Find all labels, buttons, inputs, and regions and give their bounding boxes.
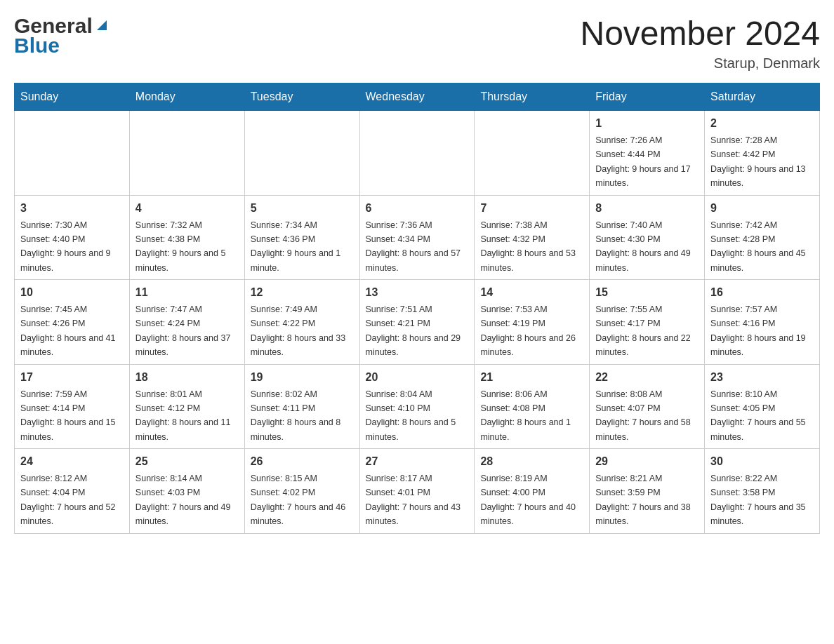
day-number: 4 [135, 200, 239, 217]
title-area: November 2024 Starup, Denmark [580, 14, 820, 72]
day-cell: 12Sunrise: 7:49 AMSunset: 4:22 PMDayligh… [244, 280, 359, 365]
day-header-friday: Friday [590, 83, 705, 111]
day-number: 3 [20, 200, 124, 217]
day-number: 2 [710, 115, 814, 132]
day-info: Sunrise: 7:59 AMSunset: 4:14 PMDaylight:… [20, 389, 116, 442]
week-row-5: 24Sunrise: 8:12 AMSunset: 4:04 PMDayligh… [15, 449, 820, 534]
day-info: Sunrise: 7:53 AMSunset: 4:19 PMDaylight:… [480, 304, 576, 357]
day-number: 12 [251, 284, 354, 301]
day-info: Sunrise: 7:51 AMSunset: 4:21 PMDaylight:… [366, 304, 461, 357]
day-info: Sunrise: 8:15 AMSunset: 4:02 PMDaylight:… [251, 474, 346, 526]
day-cell: 30Sunrise: 8:22 AMSunset: 3:58 PMDayligh… [705, 449, 820, 534]
day-cell: 8Sunrise: 7:40 AMSunset: 4:30 PMDaylight… [590, 195, 705, 280]
day-number: 16 [710, 284, 814, 301]
day-number: 21 [480, 369, 583, 386]
day-cell: 20Sunrise: 8:04 AMSunset: 4:10 PMDayligh… [359, 364, 475, 449]
svg-marker-0 [97, 20, 107, 30]
day-cell: 26Sunrise: 8:15 AMSunset: 4:02 PMDayligh… [244, 449, 359, 534]
day-cell: 22Sunrise: 8:08 AMSunset: 4:07 PMDayligh… [590, 364, 705, 449]
calendar-table: SundayMondayTuesdayWednesdayThursdayFrid… [14, 83, 820, 534]
day-info: Sunrise: 7:34 AMSunset: 4:36 PMDaylight:… [251, 220, 341, 273]
day-cell: 21Sunrise: 8:06 AMSunset: 4:08 PMDayligh… [475, 364, 590, 449]
day-info: Sunrise: 7:55 AMSunset: 4:17 PMDaylight:… [595, 304, 691, 357]
day-number: 25 [135, 453, 239, 470]
day-number: 28 [480, 453, 583, 470]
day-info: Sunrise: 8:06 AMSunset: 4:08 PMDaylight:… [480, 389, 571, 442]
logo: General Blue [14, 14, 110, 58]
day-cell: 9Sunrise: 7:42 AMSunset: 4:28 PMDaylight… [705, 195, 820, 280]
day-cell: 25Sunrise: 8:14 AMSunset: 4:03 PMDayligh… [129, 449, 244, 534]
day-cell: 11Sunrise: 7:47 AMSunset: 4:24 PMDayligh… [129, 280, 244, 365]
day-info: Sunrise: 7:57 AMSunset: 4:16 PMDaylight:… [710, 304, 806, 357]
header-row: SundayMondayTuesdayWednesdayThursdayFrid… [15, 83, 820, 111]
day-cell: 23Sunrise: 8:10 AMSunset: 4:05 PMDayligh… [705, 364, 820, 449]
day-cell: 10Sunrise: 7:45 AMSunset: 4:26 PMDayligh… [15, 280, 130, 365]
day-number: 7 [480, 200, 583, 217]
day-info: Sunrise: 7:38 AMSunset: 4:32 PMDaylight:… [480, 220, 576, 273]
day-info: Sunrise: 7:45 AMSunset: 4:26 PMDaylight:… [20, 304, 116, 357]
day-number: 1 [595, 115, 699, 132]
day-number: 27 [366, 453, 469, 470]
day-number: 15 [595, 284, 699, 301]
day-header-saturday: Saturday [705, 83, 820, 111]
day-header-monday: Monday [129, 83, 244, 111]
day-header-sunday: Sunday [15, 83, 130, 111]
day-header-wednesday: Wednesday [359, 83, 475, 111]
day-number: 30 [710, 453, 814, 470]
day-info: Sunrise: 7:26 AMSunset: 4:44 PMDaylight:… [595, 135, 691, 188]
day-info: Sunrise: 8:14 AMSunset: 4:03 PMDaylight:… [135, 474, 231, 526]
day-info: Sunrise: 8:21 AMSunset: 3:59 PMDaylight:… [595, 474, 691, 526]
day-info: Sunrise: 7:36 AMSunset: 4:34 PMDaylight:… [366, 220, 461, 273]
day-number: 24 [20, 453, 124, 470]
day-number: 14 [480, 284, 583, 301]
day-cell: 27Sunrise: 8:17 AMSunset: 4:01 PMDayligh… [359, 449, 475, 534]
day-cell: 18Sunrise: 8:01 AMSunset: 4:12 PMDayligh… [129, 364, 244, 449]
day-cell: 5Sunrise: 7:34 AMSunset: 4:36 PMDaylight… [244, 195, 359, 280]
day-cell: 19Sunrise: 8:02 AMSunset: 4:11 PMDayligh… [244, 364, 359, 449]
day-cell: 24Sunrise: 8:12 AMSunset: 4:04 PMDayligh… [15, 449, 130, 534]
week-row-3: 10Sunrise: 7:45 AMSunset: 4:26 PMDayligh… [15, 280, 820, 365]
day-cell: 28Sunrise: 8:19 AMSunset: 4:00 PMDayligh… [475, 449, 590, 534]
day-cell: 6Sunrise: 7:36 AMSunset: 4:34 PMDaylight… [359, 195, 475, 280]
day-info: Sunrise: 7:49 AMSunset: 4:22 PMDaylight:… [251, 304, 346, 357]
day-cell [475, 111, 590, 196]
day-info: Sunrise: 8:01 AMSunset: 4:12 PMDaylight:… [135, 389, 231, 442]
week-row-4: 17Sunrise: 7:59 AMSunset: 4:14 PMDayligh… [15, 364, 820, 449]
day-cell: 15Sunrise: 7:55 AMSunset: 4:17 PMDayligh… [590, 280, 705, 365]
day-cell [129, 111, 244, 196]
day-number: 20 [366, 369, 469, 386]
page-header: General Blue November 2024 Starup, Denma… [14, 14, 820, 72]
day-number: 6 [366, 200, 469, 217]
day-number: 26 [251, 453, 354, 470]
day-info: Sunrise: 7:28 AMSunset: 4:42 PMDaylight:… [710, 135, 806, 188]
day-info: Sunrise: 8:12 AMSunset: 4:04 PMDaylight:… [20, 474, 116, 526]
day-cell: 29Sunrise: 8:21 AMSunset: 3:59 PMDayligh… [590, 449, 705, 534]
day-number: 17 [20, 369, 124, 386]
day-info: Sunrise: 8:10 AMSunset: 4:05 PMDaylight:… [710, 389, 806, 442]
day-info: Sunrise: 8:08 AMSunset: 4:07 PMDaylight:… [595, 389, 691, 442]
day-cell: 1Sunrise: 7:26 AMSunset: 4:44 PMDaylight… [590, 111, 705, 196]
day-number: 23 [710, 369, 814, 386]
day-number: 10 [20, 284, 124, 301]
calendar-subtitle: Starup, Denmark [580, 55, 820, 72]
day-cell: 3Sunrise: 7:30 AMSunset: 4:40 PMDaylight… [15, 195, 130, 280]
day-number: 11 [135, 284, 239, 301]
day-info: Sunrise: 7:30 AMSunset: 4:40 PMDaylight:… [20, 220, 111, 273]
day-number: 5 [251, 200, 354, 217]
day-cell: 2Sunrise: 7:28 AMSunset: 4:42 PMDaylight… [705, 111, 820, 196]
day-info: Sunrise: 8:22 AMSunset: 3:58 PMDaylight:… [710, 474, 806, 526]
day-cell: 4Sunrise: 7:32 AMSunset: 4:38 PMDaylight… [129, 195, 244, 280]
day-info: Sunrise: 8:02 AMSunset: 4:11 PMDaylight:… [251, 389, 341, 442]
day-cell: 17Sunrise: 7:59 AMSunset: 4:14 PMDayligh… [15, 364, 130, 449]
day-number: 9 [710, 200, 814, 217]
day-cell [15, 111, 130, 196]
week-row-1: 1Sunrise: 7:26 AMSunset: 4:44 PMDaylight… [15, 111, 820, 196]
day-cell: 7Sunrise: 7:38 AMSunset: 4:32 PMDaylight… [475, 195, 590, 280]
day-number: 13 [366, 284, 469, 301]
day-cell [244, 111, 359, 196]
week-row-2: 3Sunrise: 7:30 AMSunset: 4:40 PMDaylight… [15, 195, 820, 280]
day-info: Sunrise: 7:40 AMSunset: 4:30 PMDaylight:… [595, 220, 691, 273]
day-info: Sunrise: 7:42 AMSunset: 4:28 PMDaylight:… [710, 220, 806, 273]
calendar-title: November 2024 [580, 14, 820, 53]
day-number: 22 [595, 369, 699, 386]
